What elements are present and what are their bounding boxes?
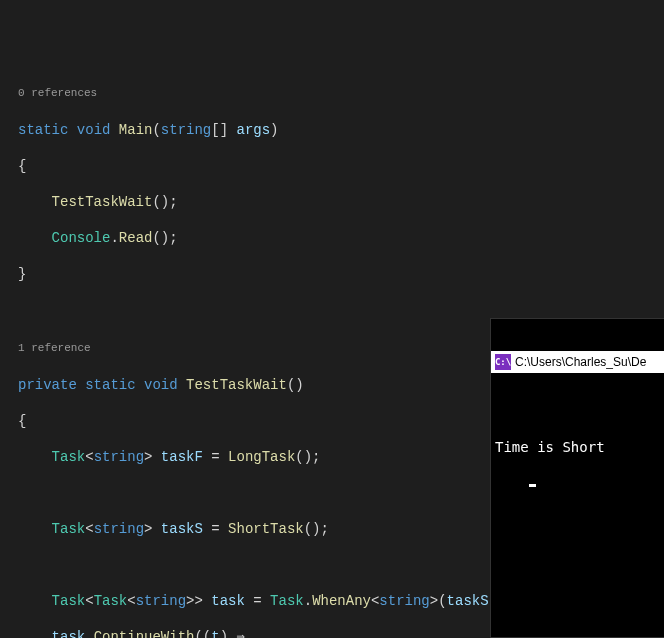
code-line[interactable]: Console.Read(); xyxy=(18,229,664,247)
console-titlebar[interactable]: C:\ C:\Users\Charles_Su\De xyxy=(491,351,664,373)
code-line[interactable]: TestTaskWait(); xyxy=(18,193,664,211)
console-window[interactable]: C:\ C:\Users\Charles_Su\De Time is Short xyxy=(490,318,664,638)
console-cursor xyxy=(529,484,536,487)
console-output-line: Time is Short xyxy=(495,439,664,455)
console-app-icon: C:\ xyxy=(495,354,511,370)
console-output-area: Time is Short xyxy=(491,405,664,505)
code-line[interactable]: { xyxy=(18,157,664,175)
console-title: C:\Users\Charles_Su\De xyxy=(515,355,646,369)
code-line[interactable]: static void Main(string[] args) xyxy=(18,121,664,139)
codelens-main[interactable]: 0 references xyxy=(18,84,664,102)
code-line[interactable]: } xyxy=(18,265,664,283)
blank-line xyxy=(18,301,664,319)
